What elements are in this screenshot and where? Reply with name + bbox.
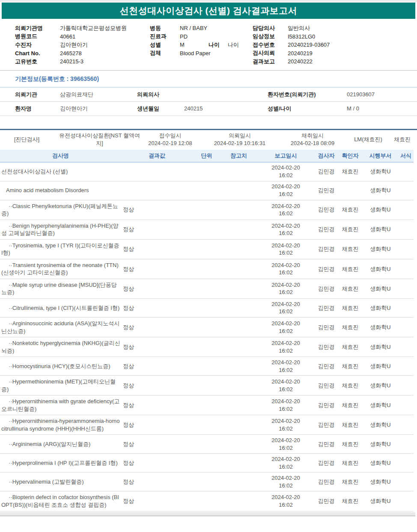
tester-cell: 김민경	[315, 343, 338, 351]
lab-report-page: { "report": { "title": "선천성대사이상검사 (선별) 검…	[0, 0, 417, 532]
confirmer-cell: 채효진	[338, 363, 363, 370]
confirmer-cell: 채효진	[338, 459, 363, 467]
test-name-cell: ··Hyperornithinemia-hyperammonemia-homoc…	[0, 415, 121, 434]
header-field: 병원코드 40661	[15, 33, 150, 41]
test-name: ··Argininemia (ARG)(알지닌혈증)	[1, 440, 120, 448]
field-label: 검체	[150, 49, 180, 57]
tester-cell: 김민경	[315, 459, 338, 467]
result-value-cell: 정상	[121, 304, 193, 312]
report-date: 2024-02-20	[257, 417, 315, 425]
report-datetime-cell: 2024-02-20 16:02	[257, 262, 315, 276]
field-label: 병동	[150, 24, 180, 32]
table-row: ··Classic Phenylketonuria (PKU)(페닐케톤뇨증) …	[0, 200, 414, 220]
test-name: ··Nonketotic hyperglycinemia (NKHG)(글리신뇌…	[1, 339, 120, 354]
results-table-header: 검사명 결과값 단위 참고치 보고일시 검사자 확인자 시행부서 서식	[0, 150, 414, 163]
report-time: 16:02	[257, 501, 315, 509]
field-value: 일반의사	[288, 24, 310, 32]
result-value-cell: 정상	[121, 363, 193, 370]
header-field: 고유번호 240215-3	[15, 57, 150, 66]
department-cell: 생화학U	[363, 226, 398, 233]
info-label: 환자번호(의뢰기관)	[268, 91, 347, 98]
report-datetime-cell: 2024-02-20 16:02	[257, 359, 315, 374]
header-tester: 검사자	[315, 152, 338, 160]
collected-label: 채취일시	[283, 132, 343, 140]
tester-cell: 김민경	[315, 168, 338, 175]
report-time: 16:02	[257, 308, 315, 315]
confirmer-cell: 채효진	[338, 226, 363, 233]
test-name: ··Homocystinuria (HCY)(호모시스틴뇨증)	[1, 363, 120, 370]
table-row: ··Transient tyrosinemia of the neonate (…	[0, 259, 414, 279]
header-field: 수진자 김아현아기	[15, 41, 150, 49]
page-title: 선천성대사이상검사 (선별) 검사결과보고서	[120, 5, 298, 17]
test-name: ··Biopterin defect in cofactor biosynthe…	[1, 493, 120, 508]
collected-value: 2024-02-18 08:09	[283, 140, 343, 147]
report-datetime-cell: 2024-02-20 16:02	[257, 202, 315, 217]
result-value-cell: 정상	[121, 459, 193, 467]
received-label: 접수일시	[143, 132, 197, 140]
department-cell: 생화학U	[363, 265, 398, 273]
report-time: 16:02	[257, 172, 315, 179]
field-value-2: 나이	[228, 41, 239, 49]
info-pair: 생년월일 240215	[137, 105, 268, 113]
result-value-cell: 정상	[121, 324, 193, 331]
field-value: Blood Paper	[180, 50, 211, 56]
header-test-name: 검사명	[0, 152, 121, 160]
test-name-cell: ··Argininemia (ARG)(알지닌혈증)	[0, 438, 121, 450]
report-date: 2024-02-20	[257, 398, 315, 405]
department-cell: 생화학U	[363, 187, 398, 194]
report-datetime-cell: 2024-02-20 16:02	[257, 222, 315, 237]
report-datetime-cell: 2024-02-20 16:02	[257, 183, 315, 198]
tester-cell: 김민경	[315, 401, 338, 409]
field-label: 수진자	[15, 41, 60, 49]
table-row: ··Homocystinuria (HCY)(호모시스틴뇨증) 정상 2024-…	[0, 357, 414, 376]
field-value: 2465278	[60, 50, 82, 56]
test-name: ··Hyperornithinemia with gyrate deficien…	[1, 398, 120, 413]
confirmer-cell: 채효진	[338, 478, 363, 486]
report-datetime-cell: 2024-02-20 16:02	[257, 281, 315, 296]
report-time: 16:02	[257, 482, 315, 490]
field-value: M	[180, 42, 208, 48]
tester-cell: 김민경	[315, 187, 338, 194]
tester-cell: 김민경	[315, 421, 338, 429]
header-form: 서식	[398, 152, 414, 160]
table-row: ··Hyperprolinemia I (HP I)(고프롤린혈증 I형) 정상…	[0, 454, 414, 473]
report-time: 16:02	[257, 425, 315, 433]
confirmer-cell: 채효진	[338, 343, 363, 351]
collector-name: 채효진	[394, 136, 414, 143]
field-label: 성별	[150, 41, 180, 49]
header-field: 담당의사 일반의사	[253, 24, 415, 33]
test-name-cell: ··Hypermethioninemia (MET)(고메티오닌혈증)	[0, 376, 121, 395]
results-table: 검사명 결과값 단위 참고치 보고일시 검사자 확인자 시행부서 서식 선천성대…	[0, 150, 414, 511]
header-reference: 참고치	[220, 152, 257, 160]
header-field: 접수번호 20240219-03607	[253, 41, 415, 49]
header-report-date: 보고일시	[257, 152, 315, 160]
info-label: 환자명	[15, 105, 60, 113]
report-time: 16:02	[257, 386, 315, 393]
table-row: ··Hyperornithinemia-hyperammonemia-homoc…	[0, 415, 414, 435]
header-field: 진료과 PD	[150, 33, 253, 41]
result-value-cell: 정상	[121, 421, 193, 429]
test-name-cell: ··Biopterin defect in cofactor biosynthe…	[0, 491, 121, 511]
result-value-cell: 정상	[121, 245, 193, 253]
requested-label: 의뢰일시	[197, 132, 283, 140]
report-date: 2024-02-20	[257, 437, 315, 444]
report-date: 2024-02-20	[257, 493, 315, 501]
field-value: NR / BABY	[180, 25, 207, 31]
info-value: 240215	[184, 105, 203, 112]
report-time: 16:02	[257, 249, 315, 257]
result-value-cell: 정상	[121, 206, 193, 214]
department-cell: 생화학U	[363, 401, 398, 409]
result-value-cell: 정상	[121, 382, 193, 389]
department-cell: 생화학U	[363, 421, 398, 429]
test-name: ··Hyperornithinemia-hyperammonemia-homoc…	[1, 417, 120, 432]
test-name: ··Maple syrup urine disease [MSUD](단풍당뇨증…	[1, 281, 120, 296]
tester-cell: 김민경	[315, 206, 338, 214]
report-date: 2024-02-20	[257, 320, 315, 327]
field-label-2: 나이	[208, 41, 228, 49]
test-name-cell: ··Benign hyperphenylalaninemia (H-PHE)(양…	[0, 220, 121, 239]
report-time: 16:02	[257, 229, 315, 237]
result-value-cell: 정상	[121, 226, 193, 233]
test-name: ··Benign hyperphenylalaninemia (H-PHE)(양…	[1, 222, 120, 237]
report-time: 16:02	[257, 190, 315, 198]
test-name-cell: ··Hypervalinemia (고발린혈증)	[0, 476, 121, 488]
